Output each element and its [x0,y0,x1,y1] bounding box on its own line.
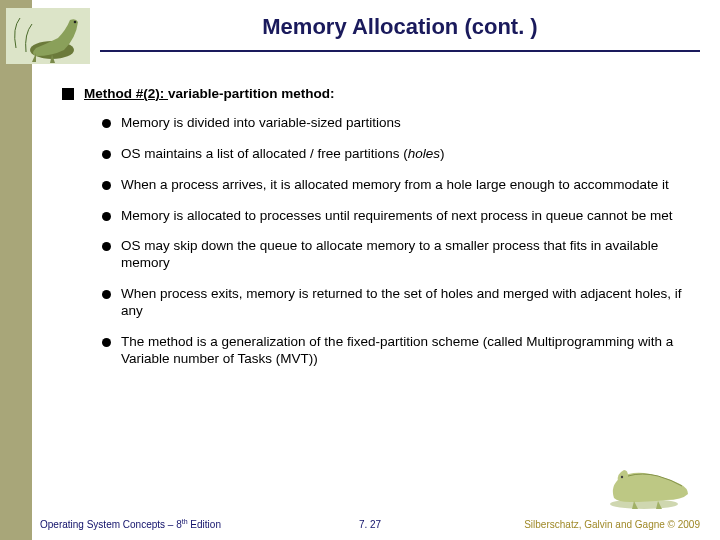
list-item: Memory is divided into variable-sized pa… [102,115,688,132]
title-underline [100,50,700,52]
heading-text: Method #(2): variable-partition method: [84,86,335,103]
list-item: The method is a generalization of the fi… [102,334,688,368]
left-sidebar-stripe [0,0,32,540]
bullet-text: OS maintains a list of allocated / free … [121,146,444,163]
circle-bullet-icon [102,242,111,251]
footer-page-number: 7. 27 [359,519,381,530]
circle-bullet-icon [102,119,111,128]
bullet-text: OS may skip down the queue to allocate m… [121,238,688,272]
title-zone: Memory Allocation (cont. ) [100,10,700,62]
circle-bullet-icon [102,181,111,190]
circle-bullet-icon [102,150,111,159]
square-bullet-icon [62,88,74,100]
slide-title: Memory Allocation (cont. ) [100,10,700,50]
circle-bullet-icon [102,290,111,299]
bullet-text: Memory is divided into variable-sized pa… [121,115,401,132]
list-item: When a process arrives, it is allocated … [102,177,688,194]
svg-point-2 [74,21,77,24]
bullet-text: Memory is allocated to processes until r… [121,208,673,225]
list-item: OS may skip down the queue to allocate m… [102,238,688,272]
svg-point-4 [621,476,623,478]
list-item: When process exits, memory is returned t… [102,286,688,320]
circle-bullet-icon [102,338,111,347]
bullet-text: When a process arrives, it is allocated … [121,177,669,194]
bullet-text: The method is a generalization of the fi… [121,334,688,368]
circle-bullet-icon [102,212,111,221]
footer-copyright: Silberschatz, Galvin and Gagne © 2009 [524,519,700,530]
bullet-text: When process exits, memory is returned t… [121,286,688,320]
list-item: OS maintains a list of allocated / free … [102,146,688,163]
dinosaur-top-image [6,8,90,64]
content-area: Method #(2): variable-partition method: … [62,86,688,382]
footer-left: Operating System Concepts – 8th Edition [40,518,221,530]
footer: Operating System Concepts – 8th Edition … [40,500,700,530]
heading-item: Method #(2): variable-partition method: [62,86,688,103]
list-item: Memory is allocated to processes until r… [102,208,688,225]
